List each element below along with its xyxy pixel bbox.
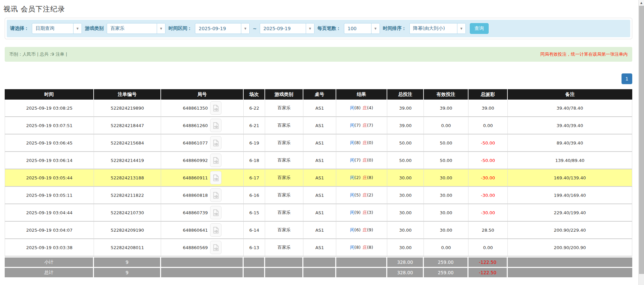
- cell-result: 闲(7)庄(7): [336, 117, 387, 134]
- pagination-page-1[interactable]: 1: [622, 73, 632, 84]
- column-header: 有效投注: [424, 89, 468, 100]
- video-record-button[interactable]: [210, 223, 221, 237]
- cell-table-number: AS1: [303, 134, 336, 152]
- cell-remark: 89.40/39.40: [508, 134, 632, 152]
- chevron-down-icon[interactable]: ▼: [73, 23, 82, 34]
- summary-currency-count: 币别：人民币 | 总共 :9 注单 |: [9, 51, 67, 57]
- chevron-down-icon[interactable]: ▼: [157, 23, 165, 34]
- cell-time: 2025-09-19 03:04:44: [5, 204, 94, 222]
- time-sort-value: 降幂(由大到小): [410, 23, 457, 34]
- cell-result: 闲(6)庄(9): [336, 222, 387, 239]
- column-header: 桌号: [303, 89, 336, 100]
- main-content: 视讯 会员下注纪录 请选择： 日期查询 ▼ 游戏类别 百家乐 ▼ 时间区间： 2…: [5, 4, 632, 277]
- cell-result: 闲(9)庄(3): [336, 204, 387, 222]
- cell-valid-bet: 30.00: [424, 222, 468, 239]
- search-button[interactable]: 查询: [470, 23, 489, 34]
- cell-table-number: AS1: [303, 100, 336, 117]
- cell-payout: -50.00: [468, 152, 508, 169]
- video-record-button[interactable]: [210, 136, 221, 150]
- video-record-button[interactable]: [210, 188, 221, 202]
- column-header: 场次: [244, 89, 265, 100]
- summary-payout: -122.50: [468, 256, 508, 267]
- scrollbar[interactable]: ▲: [638, 0, 644, 285]
- date-from-picker[interactable]: 2025-09-19 ▼: [195, 23, 250, 34]
- video-record-icon: [213, 157, 219, 164]
- cell-valid-bet: 50.00: [424, 134, 468, 152]
- cell-payout: -30.00: [468, 169, 508, 187]
- scrollbar-thumb[interactable]: [639, 6, 644, 274]
- result-player: 闲: [350, 227, 354, 232]
- cell-table-number: AS1: [303, 117, 336, 134]
- video-record-button[interactable]: [210, 101, 221, 115]
- date-from-value: 2025-09-19: [195, 23, 241, 34]
- table-summary-row: 小计9328.00259.00-122.50: [5, 256, 632, 267]
- query-type-label: 请选择：: [10, 25, 29, 32]
- cell-remark: 169.40/139.40: [508, 169, 632, 187]
- result-banker: 庄: [363, 245, 367, 250]
- result-banker: 庄: [363, 158, 367, 163]
- cell-remark: 200.90/200.90: [508, 239, 632, 256]
- date-to-picker[interactable]: 2025-09-19 ▼: [260, 23, 314, 34]
- cell-game-type: 百家乐: [265, 152, 303, 169]
- cell-game-type: 百家乐: [265, 100, 303, 117]
- cell-game-type: 百家乐: [265, 204, 303, 222]
- cell-round-number: 648860818: [161, 187, 244, 204]
- filter-panel: 请选择： 日期查询 ▼ 游戏类别 百家乐 ▼ 时间区间： 2025-09-19 …: [5, 18, 632, 39]
- table-row: 2025-09-19 03:03:38522824208011648860569…: [5, 239, 632, 256]
- cell-time: 2025-09-19 03:05:44: [5, 169, 94, 187]
- cell-payout: -30.00: [468, 187, 508, 204]
- cell-remark: 229.40/199.40: [508, 204, 632, 222]
- cell-payout: 39.00: [468, 100, 508, 117]
- chevron-down-icon[interactable]: ▼: [306, 23, 314, 34]
- chevron-down-icon[interactable]: ▼: [371, 23, 380, 34]
- cell-total-bet: 50.00: [387, 152, 424, 169]
- cell-valid-bet: 39.00: [424, 100, 468, 117]
- cell-table-number: AS1: [303, 169, 336, 187]
- column-header: 总投注: [387, 89, 424, 100]
- video-record-icon: [213, 139, 219, 147]
- cell-session: 6-16: [244, 187, 265, 204]
- time-sort-select[interactable]: 降幂(由大到小) ▼: [409, 23, 466, 34]
- cell-result: 闲(2)庄(8): [336, 169, 387, 187]
- summary-valid-bet: 259.00: [424, 256, 468, 267]
- query-type-value: 日期查询: [32, 23, 73, 34]
- column-header: 时间: [5, 89, 94, 100]
- chevron-down-icon[interactable]: ▼: [457, 23, 465, 34]
- video-record-button[interactable]: [210, 206, 221, 219]
- video-record-button[interactable]: [210, 119, 221, 132]
- summary-valid-bet: 259.00: [424, 267, 468, 277]
- column-header: 游戏类别: [265, 89, 303, 100]
- result-player: 闲: [350, 123, 354, 128]
- cell-round-number: 648860569: [161, 239, 244, 256]
- page-size-select[interactable]: 100 ▼: [344, 23, 380, 34]
- result-banker: 庄: [363, 105, 367, 110]
- scroll-up-arrow-icon[interactable]: ▲: [639, 0, 644, 6]
- cell-total-bet: 50.00: [387, 134, 424, 152]
- cell-game-type: 百家乐: [265, 187, 303, 204]
- video-record-button[interactable]: [210, 241, 221, 254]
- chevron-down-icon[interactable]: ▼: [241, 23, 249, 34]
- cell-total-bet: 39.00: [387, 117, 424, 134]
- game-type-label: 游戏类别: [85, 25, 104, 32]
- cell-session: 6-21: [244, 117, 265, 134]
- video-record-icon: [213, 209, 219, 216]
- cell-table-number: AS1: [303, 187, 336, 204]
- cell-time: 2025-09-19 03:06:14: [5, 152, 94, 169]
- result-banker: 庄: [363, 210, 367, 215]
- query-type-select[interactable]: 日期查询 ▼: [32, 23, 82, 34]
- table-body: 2025-09-19 03:08:25522824219890648861350…: [5, 100, 632, 256]
- summary-label: 小计: [5, 256, 94, 267]
- cell-remark: 200.90/229.40: [508, 222, 632, 239]
- result-player: 闲: [350, 192, 354, 197]
- cell-total-bet: 30.00: [387, 222, 424, 239]
- table-row: 2025-09-19 03:07:51522824218447648861260…: [5, 117, 632, 134]
- video-record-button[interactable]: [210, 171, 221, 184]
- cell-valid-bet: 0.00: [424, 117, 468, 134]
- summary-payout: -122.50: [468, 267, 508, 277]
- video-record-icon: [213, 227, 219, 234]
- cell-payout: 0.00: [468, 239, 508, 256]
- cell-round-number: 648860992: [161, 152, 244, 169]
- game-type-select[interactable]: 百家乐 ▼: [107, 23, 165, 34]
- cell-bet-number: 522824215684: [94, 134, 161, 152]
- video-record-button[interactable]: [210, 154, 221, 167]
